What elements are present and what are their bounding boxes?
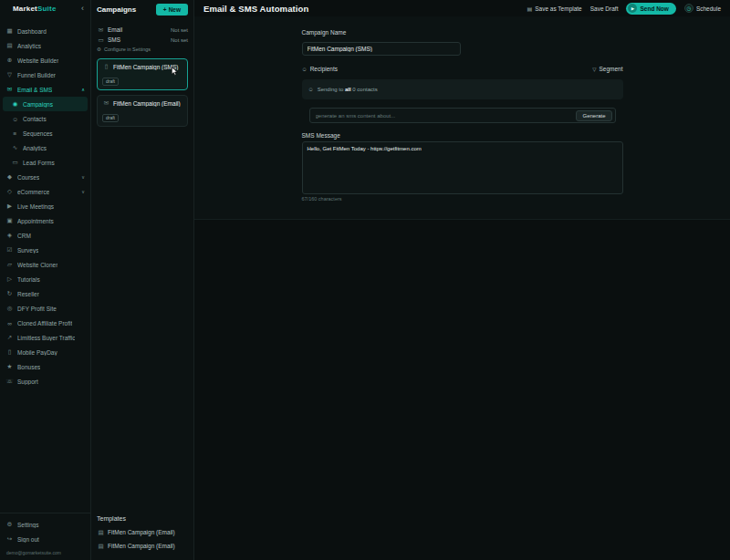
sidebar-item-surveys[interactable]: ☑ Surveys	[0, 243, 90, 257]
sidebar-item-live-meetings[interactable]: ▶ Live Meetings	[0, 199, 90, 213]
email-sender-label: Email	[108, 26, 122, 33]
recipients-row: ☺ Recipients ▽ Segment	[302, 66, 623, 72]
crm-icon: ◈	[5, 232, 14, 239]
sidebar-item-label: Email & SMS	[17, 87, 52, 93]
tutorials-icon: ▷	[5, 275, 14, 283]
sidebar-item-lead-forms[interactable]: ▭ Lead Forms	[0, 155, 90, 170]
collapse-sidebar-icon[interactable]: ‹	[81, 5, 84, 13]
sidebar-item-reseller[interactable]: ↻ Reseller	[0, 286, 90, 301]
campaigns-panel-title: Campaigns	[97, 5, 136, 14]
sending-count: 0 contacts	[352, 87, 377, 92]
sidebar-item-crm[interactable]: ◈ CRM	[0, 228, 90, 243]
send-icon: ▶	[628, 4, 637, 13]
ecommerce-icon: ◇	[5, 188, 14, 195]
recipients-icon: ☺	[302, 67, 308, 72]
segment-button[interactable]: ▽ Segment	[592, 66, 622, 72]
sign-out-icon: ↪	[5, 535, 14, 543]
account-email: demo@gomarketsuite.com	[0, 546, 90, 555]
save-draft-button[interactable]: Save Draft	[590, 5, 619, 12]
campaign-card-title-row: ✉ FitMen Campaign (Email)	[102, 99, 182, 107]
new-campaign-button[interactable]: + New	[156, 4, 188, 16]
sidebar-item-appointments[interactable]: ▣ Appointments	[0, 213, 90, 228]
dfy-profit-site-icon: ◎	[5, 305, 14, 312]
save-draft-label: Save Draft	[590, 5, 619, 12]
sign-out-label: Sign out	[17, 536, 39, 543]
email-sender-row[interactable]: ✉ Email Not set	[97, 25, 188, 35]
sidebar-item-tutorials[interactable]: ▷ Tutorials	[0, 272, 90, 286]
sidebar-item-funnel-builder[interactable]: ▽ Funnel Builder	[0, 67, 90, 82]
campaign-name: FitMen Campaign (Email)	[113, 100, 181, 107]
sidebar-item-label: Cloned Affiliate Profit	[17, 320, 72, 327]
sidebar-item-limitless-buyer-traffic[interactable]: ↗ Limitless Buyer Traffic	[0, 330, 90, 345]
sms-message-textarea[interactable]: Hello, Get FitMen Today - https://getfit…	[302, 141, 623, 194]
sidebar-item-label: Surveys	[17, 247, 38, 254]
save-as-template-button[interactable]: ▤ Save as Template	[527, 5, 582, 12]
template-item[interactable]: ▤ FitMen Campaign (Email)	[97, 525, 188, 539]
schedule-button[interactable]: ◷ Schedule	[684, 4, 721, 13]
sidebar-item-ecommerce[interactable]: ◇ eCommerce ∨	[0, 184, 90, 199]
sidebar-item-cloned-affiliate-profit[interactable]: ∞ Cloned Affiliate Profit	[0, 316, 90, 330]
sidebar-item-contacts[interactable]: ☺ Contacts	[0, 111, 90, 126]
sidebar-item-email-analytics[interactable]: ∿ Analytics	[0, 140, 90, 155]
campaign-card-sms[interactable]: ▯ FitMen Campaign (SMS) draft	[97, 58, 188, 90]
chevron-down-icon: ∨	[81, 174, 85, 180]
sidebar-item-sign-out[interactable]: ↪ Sign out	[0, 532, 90, 546]
send-glyph: ▶	[631, 6, 634, 11]
campaign-form: Campaign Name ☺ Recipients ▽ Segment ☺ S…	[302, 16, 623, 202]
sidebar-item-courses[interactable]: ◆ Courses ∨	[0, 170, 90, 184]
sidebar-item-label: Lead Forms	[23, 160, 55, 166]
website-builder-icon: ⊕	[5, 57, 14, 64]
clock-glyph: ◷	[686, 5, 691, 11]
sidebar-item-analytics[interactable]: ▤ Analytics	[0, 38, 90, 53]
configure-in-settings-link[interactable]: ⚙ Configure in Settings	[97, 45, 188, 54]
sending-summary: ☺ Sending to all 0 contacts	[302, 79, 623, 99]
sidebar-item-email-sms[interactable]: ✉ Email & SMS ∧	[0, 82, 90, 97]
sidebar-item-settings[interactable]: ⚙ Settings	[0, 517, 90, 532]
app-root: MarketSuite ‹ ▦ Dashboard ▤ Analytics ⊕ …	[0, 0, 730, 560]
templates-title: Templates	[97, 515, 188, 522]
filter-icon: ▽	[592, 67, 596, 72]
phone-icon: ▯	[102, 63, 110, 70]
sidebar-item-website-cloner[interactable]: ▱ Website Cloner	[0, 257, 90, 272]
chevron-up-icon: ∧	[81, 87, 85, 92]
sidebar-item-mobile-payday[interactable]: ▯ Mobile PayDay	[0, 345, 90, 359]
sidebar-item-dashboard[interactable]: ▦ Dashboard	[0, 24, 90, 38]
sms-sender-status: Not set	[171, 37, 188, 43]
sidebar-item-dfy-profit-site[interactable]: ◎ DFY Profit Site	[0, 301, 90, 316]
generate-input[interactable]	[316, 113, 577, 119]
sending-prefix: Sending to	[318, 87, 344, 92]
template-name: FitMen Campaign (Email)	[108, 543, 175, 549]
dashboard-icon: ▦	[5, 27, 14, 35]
courses-icon: ◆	[5, 173, 14, 181]
schedule-label: Schedule	[696, 5, 721, 12]
person-icon: ☺	[308, 87, 314, 92]
sidebar-item-bonuses[interactable]: ★ Bonuses	[0, 359, 90, 374]
campaign-name-input[interactable]	[302, 42, 461, 56]
main-header: Email & SMS Automation ▤ Save as Templat…	[194, 0, 730, 16]
live-meetings-icon: ▶	[5, 202, 14, 210]
send-now-button[interactable]: ▶ Send Now	[626, 3, 675, 15]
character-counter: 67/160 characters	[302, 196, 623, 202]
campaign-card-email[interactable]: ✉ FitMen Campaign (Email) draft	[97, 95, 188, 127]
sidebar-item-campaigns[interactable]: ◉ Campaigns	[3, 97, 88, 111]
generate-button[interactable]: Generate	[576, 110, 611, 121]
page-title: Email & SMS Automation	[203, 4, 308, 14]
template-item[interactable]: ▤ FitMen Campaign (Email)	[97, 539, 188, 553]
limitless-buyer-traffic-icon: ↗	[5, 334, 14, 341]
campaign-card-title-row: ▯ FitMen Campaign (SMS)	[102, 63, 182, 70]
ai-generate-bar: Generate	[309, 108, 616, 123]
sequences-icon: ≡	[11, 130, 19, 137]
sidebar-item-label: Analytics	[23, 145, 47, 151]
draft-badge: draft	[102, 114, 119, 122]
sidebar-item-label: Limitless Buyer Traffic	[17, 335, 75, 341]
sms-sender-row[interactable]: ▭ SMS Not set	[97, 35, 188, 45]
analytics-icon: ▤	[5, 42, 14, 49]
surveys-icon: ☑	[5, 246, 14, 254]
sidebar-item-support[interactable]: ☏ Support	[0, 374, 90, 389]
sidebar-item-website-builder[interactable]: ⊕ Website Builder	[0, 53, 90, 67]
website-cloner-icon: ▱	[5, 261, 14, 268]
sidebar-item-sequences[interactable]: ≡ Sequences	[0, 126, 90, 140]
header-actions: ▤ Save as Template Save Draft ▶ Send Now…	[527, 3, 721, 15]
app-logo: MarketSuite	[13, 5, 57, 13]
campaign-name: FitMen Campaign (SMS)	[113, 64, 179, 70]
